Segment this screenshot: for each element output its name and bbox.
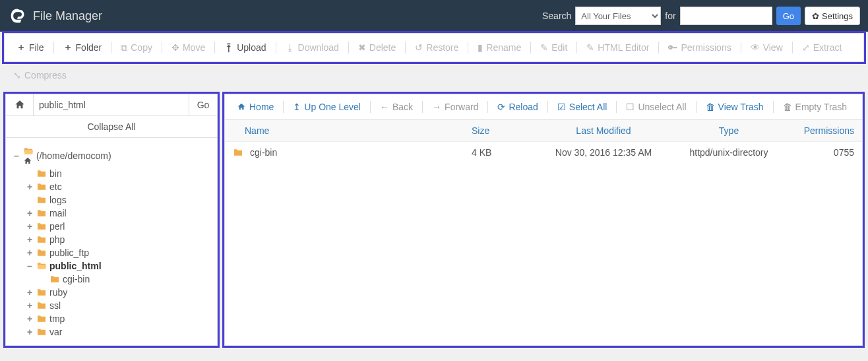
expander-icon[interactable]: – — [13, 150, 20, 161]
nav-up-button[interactable]: ↥Up One Level — [286, 97, 367, 117]
col-modified[interactable]: Last Modified — [538, 125, 669, 136]
path-row: Go — [6, 94, 217, 116]
tree-item[interactable]: –(/home/democom) — [10, 145, 213, 167]
folder-button[interactable]: ＋Folder — [57, 38, 109, 57]
tree-item[interactable]: cgi-bin — [10, 273, 213, 286]
tree-item-label: public_ftp — [49, 247, 89, 258]
nav-reload-button[interactable]: ⟳Reload — [491, 97, 544, 117]
eye-icon: 👁 — [751, 42, 760, 53]
tree-item-label: (/home/democom) — [36, 150, 111, 161]
folder-icon — [49, 274, 60, 284]
pencil-icon: ✎ — [540, 42, 548, 53]
search-go-button[interactable]: Go — [776, 7, 801, 25]
folder-icon — [36, 261, 47, 271]
tree-item-label: public_html — [49, 261, 102, 271]
tree-item[interactable]: +php — [10, 233, 213, 246]
file-permissions: 0755 — [788, 147, 854, 158]
tree-item[interactable]: +tmp — [10, 312, 213, 325]
upload-icon: ⭱ — [224, 42, 233, 53]
upload-button[interactable]: ⭱Upload — [218, 38, 272, 57]
key-icon: 🔑︎ — [668, 42, 677, 53]
tree-item[interactable]: logs — [10, 193, 213, 207]
edit-button[interactable]: ✎Edit — [534, 38, 574, 57]
file-button[interactable]: ＋File — [10, 38, 51, 57]
tree-item-label: ruby — [49, 287, 67, 298]
expander-icon[interactable]: + — [26, 313, 34, 324]
expander-icon[interactable]: + — [26, 327, 34, 337]
expander-icon[interactable]: + — [26, 181, 34, 192]
top-bar: File Manager Search All Your Files for G… — [0, 0, 868, 32]
folder-icon — [36, 300, 47, 311]
nav-view-trash-button[interactable]: 🗑View Trash — [699, 97, 770, 117]
extract-button[interactable]: ⤢Extract — [795, 38, 849, 57]
tree-item[interactable]: +perl — [10, 220, 213, 233]
download-button[interactable]: ⭳Download — [279, 38, 346, 57]
edit-icon: ✎ — [586, 42, 594, 53]
folder-icon — [36, 208, 47, 218]
col-permissions[interactable]: Permissions — [788, 125, 854, 136]
copy-button[interactable]: ⧉Copy — [114, 38, 159, 57]
settings-button[interactable]: ✿ Settings — [805, 7, 860, 25]
folder-icon — [36, 195, 47, 205]
tree-item-label: ssl — [49, 300, 61, 311]
rename-icon: ▮ — [478, 42, 483, 53]
main-area: Go Collapse All –(/home/democom)bin+etcl… — [0, 88, 868, 351]
tree-item[interactable]: +public_ftp — [10, 246, 213, 259]
tree-item-label: logs — [49, 195, 67, 205]
tree-item[interactable]: +ruby — [10, 286, 213, 299]
nav-select-all-button[interactable]: ☑Select All — [551, 97, 614, 117]
expander-icon[interactable]: + — [26, 287, 34, 298]
col-size[interactable]: Size — [472, 125, 538, 136]
file-name: cgi-bin — [250, 147, 277, 158]
rename-button[interactable]: ▮Rename — [471, 38, 528, 57]
expander-icon[interactable]: + — [26, 208, 34, 218]
delete-button[interactable]: ✖Delete — [352, 38, 402, 57]
col-type[interactable]: Type — [669, 125, 788, 136]
expander-icon[interactable]: + — [26, 300, 34, 311]
home-icon-button[interactable] — [6, 94, 34, 115]
nav-unselect-all-button[interactable]: ☐Unselect All — [619, 97, 693, 117]
restore-button[interactable]: ↺Restore — [408, 38, 465, 57]
tree-item[interactable]: +var — [10, 325, 213, 339]
expander-icon[interactable]: + — [26, 234, 34, 245]
search-scope-select[interactable]: All Your Files — [575, 7, 661, 25]
folder-icon — [36, 234, 47, 245]
nav-forward-button[interactable]: →Forward — [425, 97, 485, 117]
expand-icon: ⤢ — [802, 42, 810, 53]
tree-item[interactable]: +etc — [10, 180, 213, 193]
tree-item[interactable]: +mail — [10, 207, 213, 220]
download-icon: ⭳ — [286, 42, 295, 53]
search-input[interactable] — [680, 7, 772, 25]
folder-icon — [233, 147, 243, 158]
expander-icon[interactable]: + — [26, 247, 34, 258]
unselect-icon: ☐ — [626, 102, 635, 112]
gear-icon: ✿ — [812, 11, 819, 21]
app-title: File Manager — [33, 9, 102, 23]
compress-button[interactable]: ⤡Compress — [7, 66, 73, 84]
tree-item[interactable]: +ssl — [10, 299, 213, 312]
nav-empty-trash-button[interactable]: 🗑Empty Trash — [776, 97, 854, 117]
arrow-up-icon: ↥ — [293, 102, 301, 112]
table-row[interactable]: cgi-bin4 KBNov 30, 2016 12:35 AMhttpd/un… — [225, 142, 862, 163]
nav-back-button[interactable]: ←Back — [373, 97, 419, 117]
move-button[interactable]: ✥Move — [165, 38, 212, 57]
path-input[interactable] — [34, 94, 189, 115]
tree-item[interactable]: –public_html — [10, 259, 213, 273]
expander-icon[interactable]: – — [26, 261, 34, 271]
search-label: Search — [542, 11, 571, 21]
collapse-all-button[interactable]: Collapse All — [6, 116, 217, 138]
folder-icon — [36, 313, 47, 324]
expander-icon[interactable]: + — [26, 221, 34, 232]
path-go-button[interactable]: Go — [189, 94, 217, 115]
html-editor-button[interactable]: ✎HTML Editor — [580, 38, 656, 57]
col-name[interactable]: Name — [233, 125, 472, 136]
view-button[interactable]: 👁View — [744, 38, 790, 57]
permissions-button[interactable]: 🔑︎Permissions — [662, 38, 737, 57]
tree-item-label: perl — [49, 221, 65, 232]
reload-icon: ⟳ — [497, 102, 505, 112]
trash-icon: 🗑 — [783, 102, 792, 112]
tree-item[interactable]: bin — [10, 167, 213, 180]
nav-home-button[interactable]: Home — [230, 97, 280, 117]
file-modified: Nov 30, 2016 12:35 AM — [538, 147, 669, 158]
for-label: for — [665, 11, 675, 21]
